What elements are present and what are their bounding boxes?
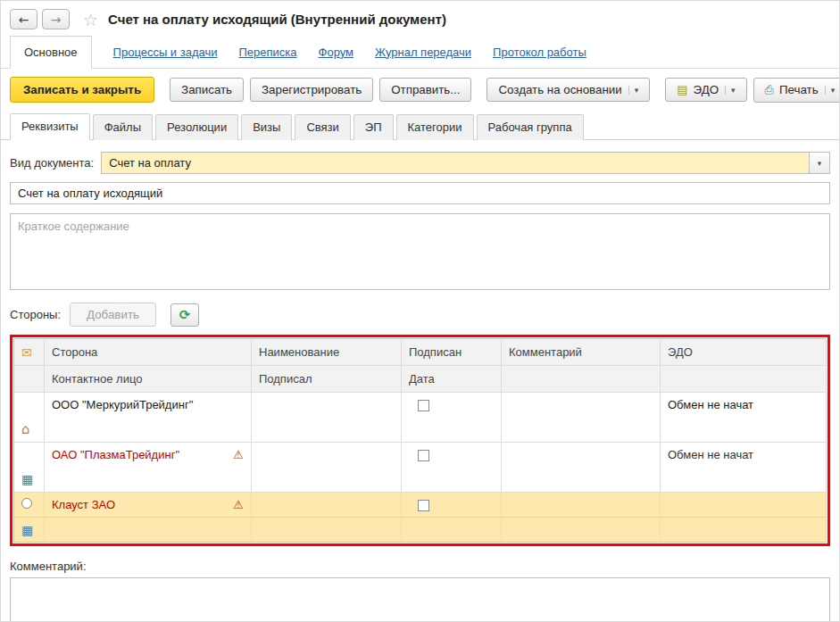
page-title: Счет на оплату исходящий (Внутренний док… [108, 12, 446, 27]
forward-icon: → [51, 12, 62, 27]
signed-checkbox[interactable] [418, 450, 429, 461]
edo-icon: ▤ [677, 83, 687, 96]
document-name-input[interactable] [10, 182, 830, 204]
table-header-row-2: Контактное лицо Подписал Дата [14, 366, 827, 393]
column-header-party: Сторона [45, 339, 252, 366]
column-header-name: Наименование [252, 339, 402, 366]
building-icon: ▦ [21, 523, 33, 537]
favorite-star-icon[interactable]: ☆ [83, 10, 98, 29]
doc-type-value: Счет на оплату [102, 153, 809, 173]
table-row-selected[interactable]: Клауст ЗАО ⚠ [14, 493, 827, 518]
column-header-comment: Комментарий [502, 339, 661, 366]
warning-icon: ⚠ [233, 448, 244, 461]
parties-toolbar: Стороны: Добавить ⟳ [10, 303, 830, 327]
edo-status-cell: Обмен не начат [661, 443, 827, 468]
party-cell[interactable]: ООО "МеркурийТрейдинг" [45, 393, 252, 418]
tab-categories[interactable]: Категории [396, 114, 474, 140]
parties-table: ✉ Сторона Наименование Подписан Коммента… [13, 338, 827, 543]
summary-textarea[interactable] [10, 213, 830, 290]
party-name: ОАО "ПлазмаТрейдинг" [52, 448, 179, 461]
party-cell-active[interactable]: Клауст ЗАО ⚠ [45, 493, 252, 518]
nav-item-main[interactable]: Основное [10, 36, 92, 69]
tab-strip: Реквизиты Файлы Резолюции Визы Связи ЭП … [1, 112, 839, 140]
nav-item-processes[interactable]: Процессы и задачи [113, 36, 218, 68]
table-row-contact[interactable]: ▦ [14, 468, 827, 493]
edo-label: ЭДО [694, 83, 719, 96]
tab-visas[interactable]: Визы [241, 114, 292, 140]
chevron-down-icon: ▾ [628, 86, 639, 95]
add-party-button[interactable]: Добавить [70, 303, 156, 327]
printer-icon: ⎙ [765, 83, 774, 97]
table-row[interactable]: ООО "МеркурийТрейдинг" Обмен не начат [14, 393, 827, 418]
tab-signature[interactable]: ЭП [353, 114, 394, 140]
comment-textarea[interactable] [10, 577, 830, 622]
signed-checkbox[interactable] [418, 500, 429, 511]
nav-item-correspondence[interactable]: Переписка [239, 36, 297, 68]
form-area: Вид документа: Счет на оплату ▾ Стороны:… [1, 152, 839, 622]
building-icon: ▦ [21, 472, 33, 486]
doc-type-label: Вид документа: [10, 156, 94, 170]
create-based-on-button[interactable]: Создать на основании ▾ [487, 78, 650, 102]
save-and-close-button[interactable]: Записать и закрыть [10, 77, 154, 103]
chevron-down-icon: ▾ [825, 86, 836, 95]
parties-table-highlight: ✉ Сторона Наименование Подписан Коммента… [10, 335, 830, 546]
tab-requisites[interactable]: Реквизиты [10, 113, 90, 140]
refresh-icon: ⟳ [179, 307, 191, 323]
print-label: Печать [779, 83, 819, 96]
section-nav: Основное Процессы и задачи Переписка Фор… [1, 36, 839, 69]
nav-item-transfer-log[interactable]: Журнал передачи [375, 36, 471, 68]
chevron-down-icon: ▾ [818, 159, 822, 168]
forward-button[interactable]: → [42, 9, 70, 29]
table-row[interactable]: ОАО "ПлазмаТрейдинг" ⚠ Обмен не начат [14, 443, 827, 468]
column-header-edo: ЭДО [661, 339, 827, 366]
edo-status-cell [661, 493, 827, 518]
save-button[interactable]: Записать [170, 78, 244, 102]
signed-checkbox[interactable] [418, 400, 429, 411]
back-button[interactable]: ← [10, 9, 37, 29]
home-icon: ⌂ [21, 421, 30, 437]
column-header-contact: Контактное лицо [45, 366, 252, 393]
edo-status-cell: Обмен не начат [661, 393, 827, 418]
titlebar: ← → ☆ Счет на оплату исходящий (Внутренн… [1, 1, 839, 34]
send-button[interactable]: Отправить... [379, 78, 471, 102]
party-name: Клауст ЗАО [52, 498, 115, 511]
create-based-on-label: Создать на основании [498, 83, 621, 96]
warning-icon: ⚠ [233, 498, 244, 511]
table-row-contact[interactable]: ⌂ [14, 418, 827, 443]
back-icon: ← [19, 12, 29, 27]
doc-type-combo[interactable]: Счет на оплату ▾ [101, 152, 830, 174]
tab-links[interactable]: Связи [295, 114, 350, 140]
comment-label: Комментарий: [10, 560, 830, 573]
party-cell[interactable]: ОАО "ПлазмаТрейдинг" ⚠ [45, 443, 252, 468]
tab-files[interactable]: Файлы [93, 114, 153, 140]
window: ← → ☆ Счет на оплату исходящий (Внутренн… [1, 1, 839, 622]
chevron-down-icon: ▾ [725, 86, 736, 95]
row-select-radio[interactable] [21, 498, 32, 509]
refresh-button[interactable]: ⟳ [170, 303, 199, 327]
column-header-signed: Подписан [402, 339, 502, 366]
column-header-date: Дата [402, 366, 502, 393]
print-button[interactable]: ⎙ Печать ▾ [753, 78, 840, 103]
register-button[interactable]: Зарегистрировать [250, 78, 373, 102]
tab-resolutions[interactable]: Резолюции [155, 114, 238, 140]
envelope-icon: ✉ [21, 345, 32, 360]
column-header-signer: Подписал [252, 366, 402, 393]
toolbar: Записать и закрыть Записать Зарегистриро… [1, 69, 839, 111]
doc-type-dropdown-button[interactable]: ▾ [809, 153, 829, 173]
tab-working-group[interactable]: Рабочая группа [477, 114, 584, 140]
edo-button[interactable]: ▤ ЭДО ▾ [665, 78, 746, 102]
doc-type-row: Вид документа: Счет на оплату ▾ [10, 152, 830, 174]
table-row-contact-selected[interactable]: ▦ [14, 518, 827, 543]
table-header-row-1: ✉ Сторона Наименование Подписан Коммента… [14, 339, 827, 366]
nav-item-work-protocol[interactable]: Протокол работы [493, 36, 586, 68]
parties-label: Стороны: [10, 308, 61, 321]
nav-item-forum[interactable]: Форум [319, 36, 354, 68]
